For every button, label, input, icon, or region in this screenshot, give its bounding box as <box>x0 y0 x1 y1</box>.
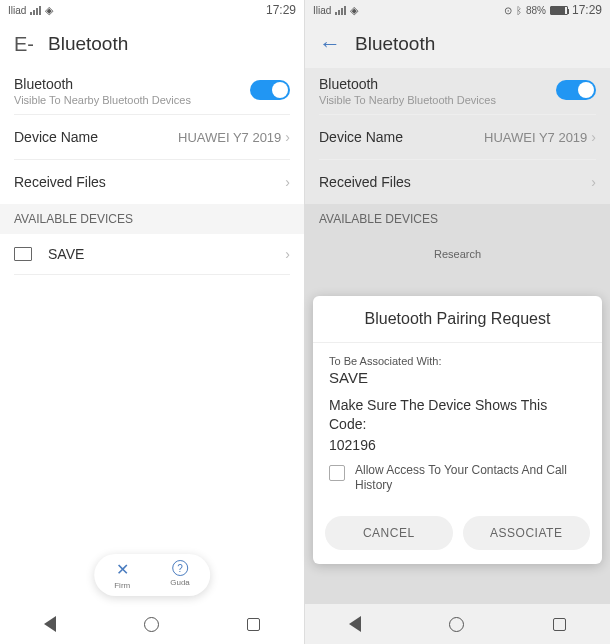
nav-home-button[interactable] <box>449 617 464 632</box>
phone-left: Iliad ◈ 17:29 E- Bluetooth Bluetooth Vis… <box>0 0 305 644</box>
device-name-value: HUAWEI Y7 2019 <box>484 130 587 145</box>
close-icon: ✕ <box>116 560 129 579</box>
device-name-label: Device Name <box>319 129 403 145</box>
pairing-message: Make Sure The Device Shows This Code: <box>329 396 586 432</box>
device-item-name: SAVE <box>48 246 84 262</box>
chevron-right-icon: › <box>591 129 596 145</box>
nav-recent-button[interactable] <box>553 618 566 631</box>
associate-button[interactable]: ASSOCIATE <box>463 516 591 550</box>
device-name-label: Device Name <box>14 129 98 145</box>
wifi-icon: ◈ <box>45 4 53 17</box>
firm-label: Firm <box>114 581 130 590</box>
associated-with-value: SAVE <box>329 369 586 386</box>
body-area: Research Bluetooth Pairing Request To Be… <box>305 234 610 604</box>
bluetooth-toggle[interactable] <box>250 80 290 100</box>
header: E- Bluetooth <box>0 20 304 68</box>
carrier-label: Iliad <box>313 5 331 16</box>
nav-bar <box>0 604 304 644</box>
cancel-button[interactable]: CANCEL <box>325 516 453 550</box>
nav-back-button[interactable] <box>44 616 56 632</box>
carrier-label: Iliad <box>8 5 26 16</box>
contacts-checkbox-label: Allow Access To Your Contacts And Call H… <box>355 463 586 494</box>
received-files-label: Received Files <box>319 174 411 190</box>
time-label: 17:29 <box>572 3 602 17</box>
header-prefix: E- <box>14 33 34 56</box>
received-files-label: Received Files <box>14 174 106 190</box>
page-title: Bluetooth <box>355 33 435 55</box>
research-label: Research <box>305 234 610 274</box>
signal-icon <box>30 6 41 15</box>
body-area: ✕ Firm ? Guda <box>0 275 304 604</box>
chevron-right-icon: › <box>285 246 290 262</box>
available-devices-header: AVAILABLE DEVICES <box>0 204 304 234</box>
bluetooth-subtitle: Visible To Nearby Bluetooth Devices <box>319 94 596 106</box>
bluetooth-label: Bluetooth <box>319 76 596 92</box>
status-bar: Iliad ◈ 17:29 <box>0 0 304 20</box>
status-bar: Iliad ◈ ⊙ ᛒ 88% 17:29 <box>305 0 610 20</box>
nav-recent-button[interactable] <box>247 618 260 631</box>
signal-icon <box>335 6 346 15</box>
chevron-right-icon: › <box>285 174 290 190</box>
bluetooth-toggle-row[interactable]: Bluetooth Visible To Nearby Bluetooth De… <box>0 68 304 114</box>
guda-button[interactable]: ? Guda <box>170 560 190 590</box>
page-title: Bluetooth <box>48 33 128 55</box>
nav-bar <box>305 604 610 644</box>
bluetooth-toggle[interactable] <box>556 80 596 100</box>
bluetooth-icon: ᛒ <box>516 5 522 16</box>
header: ← Bluetooth <box>305 20 610 68</box>
associated-with-label: To Be Associated With: <box>329 355 586 367</box>
back-arrow-icon[interactable]: ← <box>319 31 341 57</box>
contacts-checkbox[interactable] <box>329 465 345 481</box>
alarm-icon: ⊙ <box>504 5 512 16</box>
received-files-row[interactable]: Received Files › <box>305 160 610 204</box>
nav-back-button[interactable] <box>349 616 361 632</box>
chevron-right-icon: › <box>285 129 290 145</box>
bluetooth-label: Bluetooth <box>14 76 290 92</box>
help-icon: ? <box>172 560 188 576</box>
pairing-code: 102196 <box>329 437 586 453</box>
nav-home-button[interactable] <box>144 617 159 632</box>
device-name-value: HUAWEI Y7 2019 <box>178 130 281 145</box>
bottom-pill: ✕ Firm ? Guda <box>94 554 210 596</box>
available-device-row[interactable]: SAVE › <box>0 234 304 274</box>
battery-icon <box>550 6 568 15</box>
battery-pct: 88% <box>526 5 546 16</box>
phone-right: Iliad ◈ ⊙ ᛒ 88% 17:29 ← Bluetooth Blueto… <box>305 0 610 644</box>
device-name-row[interactable]: Device Name HUAWEI Y7 2019› <box>0 115 304 159</box>
pairing-dialog: Bluetooth Pairing Request To Be Associat… <box>313 296 602 564</box>
received-files-row[interactable]: Received Files › <box>0 160 304 204</box>
time-label: 17:29 <box>266 3 296 17</box>
firm-button[interactable]: ✕ Firm <box>114 560 130 590</box>
dialog-title: Bluetooth Pairing Request <box>313 296 602 342</box>
available-devices-header: AVAILABLE DEVICES <box>305 204 610 234</box>
laptop-icon <box>14 247 32 261</box>
bluetooth-toggle-row[interactable]: Bluetooth Visible To Nearby Bluetooth De… <box>305 68 610 114</box>
bluetooth-subtitle: Visible To Nearby Bluetooth Devices <box>14 94 290 106</box>
wifi-icon: ◈ <box>350 4 358 17</box>
guda-label: Guda <box>170 578 190 587</box>
chevron-right-icon: › <box>591 174 596 190</box>
device-name-row[interactable]: Device Name HUAWEI Y7 2019› <box>305 115 610 159</box>
